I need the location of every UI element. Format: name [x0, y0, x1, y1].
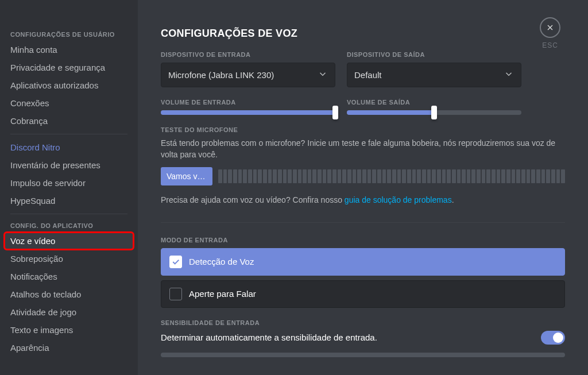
chevron-down-icon	[318, 69, 328, 81]
sidebar-item-appearance[interactable]: Aparência	[5, 339, 133, 356]
mic-test-label: TESTE DO MICROFONE	[161, 126, 565, 133]
output-device-select[interactable]: Default	[347, 63, 521, 87]
sidebar-item-notifications[interactable]: Notificações	[5, 268, 133, 285]
page-title: CONFIGURAÇÕES DE VOZ	[161, 28, 565, 40]
mic-level-meter	[218, 169, 565, 183]
sidebar-heading-user: CONFIGURAÇÕES DE USUÁRIO	[5, 28, 133, 41]
input-device-value: Microfone (Jabra LINK 230)	[168, 70, 274, 80]
sidebar-item-nitro[interactable]: Discord Nitro	[5, 139, 133, 156]
sidebar-item-overlay[interactable]: Sobreposição	[5, 250, 133, 267]
sidebar-divider	[10, 134, 127, 134]
mic-test-button[interactable]: Vamos verif…	[161, 167, 212, 185]
sidebar-item-hypesquad[interactable]: HypeSquad	[5, 192, 133, 209]
sidebar-item-voice-video[interactable]: Voz e vídeo	[5, 233, 133, 249]
input-device-label: DISPOSITIVO DE ENTRADA	[161, 51, 335, 58]
check-icon	[169, 256, 182, 268]
sidebar-item-authorized-apps[interactable]: Aplicativos autorizados	[5, 77, 133, 94]
toggle-knob	[553, 333, 563, 343]
section-divider	[161, 222, 565, 223]
input-volume-slider[interactable]	[161, 110, 335, 115]
sidebar-item-server-boost[interactable]: Impulso de servidor	[5, 175, 133, 191]
close-icon[interactable]	[540, 17, 560, 38]
slider-thumb[interactable]	[431, 106, 437, 119]
mic-test-help: Está tendo problemas com o microfone? In…	[161, 138, 565, 160]
output-device-value: Default	[354, 70, 382, 80]
sidebar-heading-app: CONFIG. DO APLICATIVO	[5, 219, 133, 233]
slider-thumb[interactable]	[332, 106, 338, 119]
sensitivity-bar	[161, 353, 565, 357]
mode-push-to-talk[interactable]: Aperte para Falar	[161, 280, 565, 308]
check-icon	[169, 288, 182, 300]
chevron-down-icon	[504, 69, 514, 81]
sidebar-item-billing[interactable]: Cobrança	[5, 113, 133, 129]
auto-sensitivity-label: Determinar automaticamente a sensibilida…	[161, 333, 377, 342]
sidebar-item-my-account[interactable]: Minha conta	[5, 41, 133, 58]
output-device-label: DISPOSITIVO DE SAÍDA	[347, 51, 521, 58]
troubleshoot-link[interactable]: guia de solução de problemas	[345, 195, 452, 204]
mode-ptt-label: Aperte para Falar	[189, 289, 256, 299]
sidebar-item-connections[interactable]: Conexões	[5, 95, 133, 111]
sidebar-item-text-images[interactable]: Texto e imagens	[5, 322, 133, 338]
input-mode-label: MODO DE ENTRADA	[161, 237, 565, 243]
mode-voice-label: Detecção de Voz	[189, 257, 254, 266]
close-label: ESC	[542, 41, 558, 49]
voice-help-line: Precisa de ajuda com voz ou vídeo? Confi…	[161, 195, 565, 206]
sidebar-item-keybinds[interactable]: Atalhos do teclado	[5, 286, 133, 303]
input-device-select[interactable]: Microfone (Jabra LINK 230)	[161, 63, 335, 87]
input-volume-label: VOLUME DE ENTRADA	[161, 99, 335, 106]
settings-sidebar: CONFIGURAÇÕES DE USUÁRIO Minha conta Pri…	[0, 0, 138, 375]
sensitivity-label: SENSIBILIDADE DE ENTRADA	[161, 319, 565, 326]
settings-content: ESC CONFIGURAÇÕES DE VOZ DISPOSITIVO DE …	[138, 0, 588, 375]
sidebar-item-game-activity[interactable]: Atividade de jogo	[5, 304, 133, 320]
auto-sensitivity-toggle[interactable]	[541, 331, 565, 345]
sidebar-divider	[10, 214, 127, 214]
output-volume-slider[interactable]	[347, 110, 521, 115]
sidebar-item-gift-inventory[interactable]: Inventário de presentes	[5, 157, 133, 173]
close-settings[interactable]: ESC	[540, 17, 560, 49]
sidebar-item-privacy[interactable]: Privacidade e segurança	[5, 59, 133, 76]
mode-voice-activity[interactable]: Detecção de Voz	[161, 248, 565, 276]
output-volume-label: VOLUME DE SAÍDA	[347, 99, 521, 106]
